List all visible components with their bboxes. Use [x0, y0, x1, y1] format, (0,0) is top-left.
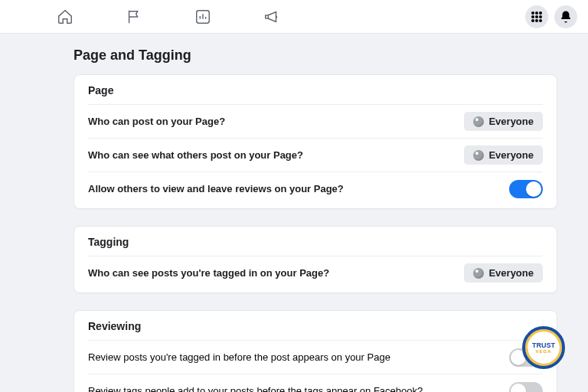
watermark-line2: VEGA [535, 349, 551, 354]
row-who-tagged[interactable]: Who can see posts you're tagged in on yo… [88, 256, 543, 289]
watermark-badge: TRUST VEGA [522, 326, 565, 369]
audience-value: Everyone [488, 267, 534, 279]
content: Page and Tagging Page Who can post on yo… [74, 34, 557, 392]
audience-value: Everyone [488, 149, 534, 161]
section-title: Tagging [88, 236, 543, 248]
audience-value: Everyone [488, 116, 534, 127]
toggle-review-tags[interactable] [509, 382, 543, 393]
megaphone-icon[interactable] [262, 7, 282, 27]
section-title: Page [88, 84, 543, 96]
row-reviews[interactable]: Allow others to view and leave reviews o… [88, 172, 543, 205]
globe-icon [473, 150, 484, 161]
row-review-tags[interactable]: Review tags people add to your posts bef… [88, 374, 543, 392]
row-label: Who can see posts you're tagged in on yo… [88, 267, 329, 279]
audience-selector[interactable]: Everyone [464, 263, 543, 283]
row-label: Who can see what others post on your Pag… [88, 149, 303, 161]
watermark-line1: TRUST [532, 341, 555, 349]
home-icon[interactable] [55, 7, 75, 27]
audience-selector[interactable]: Everyone [464, 112, 543, 131]
row-who-can-see[interactable]: Who can see what others post on your Pag… [88, 138, 543, 172]
bell-icon [559, 10, 573, 24]
section-tagging: Tagging Who can see posts you're tagged … [74, 226, 557, 293]
globe-icon [473, 116, 484, 127]
row-review-posts[interactable]: Review posts you're tagged in before the… [88, 340, 543, 374]
row-label: Review posts you're tagged in before the… [88, 351, 390, 363]
topbar-right [525, 5, 577, 28]
row-label: Allow others to view and leave reviews o… [88, 183, 344, 194]
row-label: Who can post on your Page? [88, 116, 225, 127]
section-reviewing: Reviewing Review posts you're tagged in … [74, 310, 557, 392]
row-label: Review tags people add to your posts bef… [88, 385, 423, 392]
page-title: Page and Tagging [74, 47, 557, 64]
section-title: Reviewing [88, 320, 543, 332]
toggle-reviews[interactable] [509, 180, 543, 198]
apps-menu-button[interactable] [525, 5, 548, 28]
audience-selector[interactable]: Everyone [464, 145, 543, 165]
row-who-can-post[interactable]: Who can post on your Page? Everyone [88, 104, 543, 138]
topnav [55, 7, 282, 27]
grid-icon [531, 11, 542, 22]
section-page: Page Who can post on your Page? Everyone… [74, 74, 557, 209]
notifications-button[interactable] [554, 5, 577, 28]
topbar [0, 0, 588, 34]
insights-icon[interactable] [193, 7, 213, 27]
globe-icon [473, 268, 484, 279]
flag-icon[interactable] [124, 7, 144, 27]
